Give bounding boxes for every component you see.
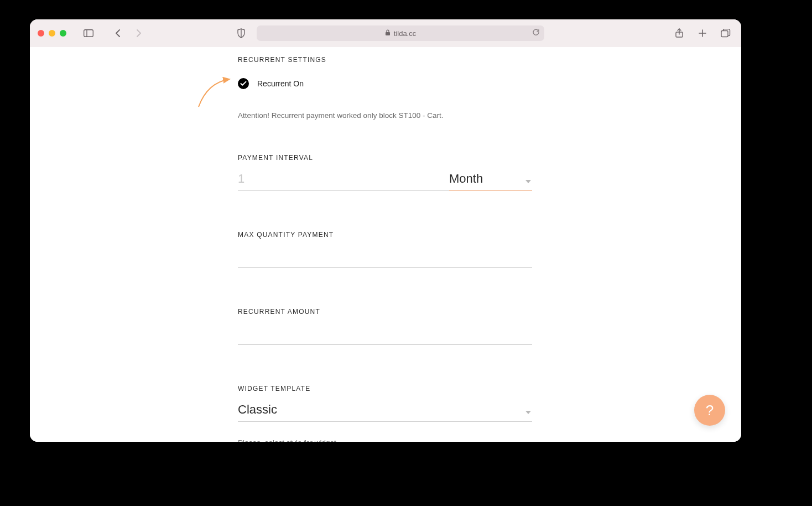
widget-template-helper: Please, select style for widget [238,438,532,442]
max-quantity-label: MAX QUANTITY PAYMENT [238,231,532,239]
widget-template-value: Classic [238,399,532,422]
payment-interval-label: PAYMENT INTERVAL [238,154,532,162]
window-close-button[interactable] [38,30,44,37]
recurrent-on-checkbox[interactable] [238,78,249,89]
window-maximize-button[interactable] [60,30,66,37]
recurrent-amount-input[interactable] [238,322,532,345]
nav-back-button[interactable] [111,25,126,41]
widget-template-label: WIDGET TEMPLATE [238,385,532,393]
tab-overview-button[interactable] [718,25,733,41]
annotation-arrow-icon [196,76,235,109]
recurrent-settings-label: RECURRENT SETTINGS [238,56,532,64]
lock-icon [385,29,391,38]
share-button[interactable] [672,25,687,41]
max-quantity-input[interactable] [238,245,532,268]
address-bar[interactable]: tilda.cc [257,25,544,41]
sidebar-toggle-button[interactable] [81,25,96,41]
browser-window: tilda.cc [30,19,741,442]
new-tab-button[interactable] [695,25,710,41]
widget-template-select[interactable]: Classic [238,399,532,422]
url-host: tilda.cc [394,29,416,38]
check-icon [240,81,247,86]
chevron-down-icon [525,180,531,183]
reload-button[interactable] [532,29,540,38]
svg-rect-2 [386,32,390,35]
recurrent-amount-label: RECURRENT AMOUNT [238,308,532,316]
recurrent-on-label: Recurrent On [257,79,304,88]
window-controls [38,30,66,37]
help-icon: ? [706,402,714,419]
recurrent-note: Attention! Recurrent payment worked only… [238,111,532,120]
payment-interval-unit-select[interactable]: Month [449,168,532,191]
help-button[interactable]: ? [694,395,725,426]
page-content: RECURRENT SETTINGS Recurrent On Attentio… [30,47,741,442]
payment-interval-unit-value: Month [449,168,532,191]
privacy-report-button[interactable] [233,25,249,41]
chevron-down-icon [525,411,531,414]
nav-forward-button[interactable] [131,25,146,41]
window-minimize-button[interactable] [49,30,55,37]
svg-rect-7 [721,31,728,37]
browser-titlebar: tilda.cc [30,19,741,47]
payment-interval-input[interactable] [238,168,449,191]
svg-rect-0 [84,30,93,37]
